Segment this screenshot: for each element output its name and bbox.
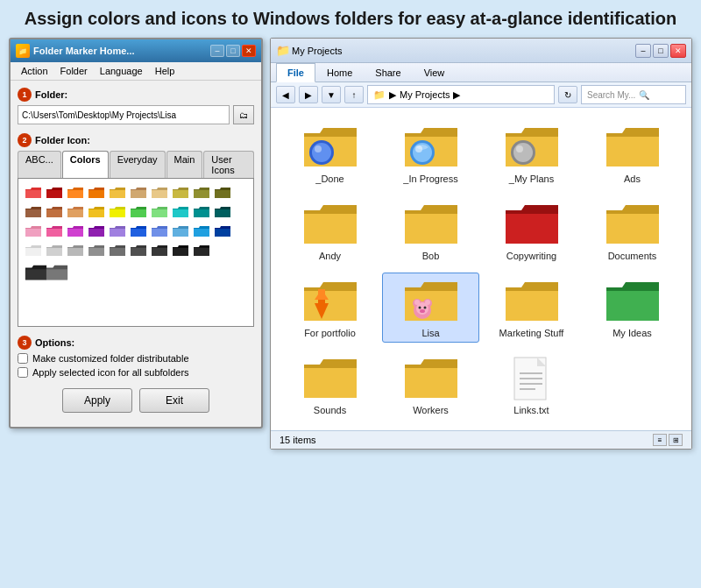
minimize-button[interactable]: –	[210, 45, 224, 57]
restore-button[interactable]: □	[226, 45, 240, 57]
file-item-lisa[interactable]: Lisa	[382, 273, 479, 343]
checkbox-subfolders-input[interactable]	[18, 367, 28, 378]
ribbon-tab-view[interactable]: View	[413, 63, 457, 81]
folder-cell-hotpink[interactable]	[45, 223, 64, 240]
ribbon-tab-share[interactable]: Share	[364, 63, 412, 81]
folder-icon-myideas	[605, 277, 661, 326]
folder-cell-cornflower[interactable]	[150, 223, 169, 240]
folder-cell-yellow2[interactable]	[108, 203, 127, 221]
folder-cell-tan[interactable]	[129, 184, 148, 202]
file-item-sounds[interactable]: Sounds	[281, 350, 379, 420]
folder-cell-lightgray[interactable]	[45, 242, 64, 259]
ribbon-tab-file[interactable]: File	[276, 63, 315, 82]
file-item-myplans[interactable]: _My Plans	[483, 118, 580, 188]
checkbox-distributable-input[interactable]	[18, 353, 28, 364]
folder-cell-blue[interactable]	[129, 223, 148, 240]
folder-cell-darkorange[interactable]	[87, 184, 106, 202]
folder-cell-teal[interactable]	[192, 203, 211, 221]
file-label-ads: Ads	[624, 174, 641, 184]
close-button[interactable]: ✕	[242, 45, 256, 57]
tab-colors[interactable]: Colors	[62, 151, 109, 178]
forward-button[interactable]: ▶	[299, 86, 318, 103]
folder-cell-violet[interactable]	[108, 223, 127, 240]
tab-main[interactable]: Main	[166, 151, 203, 178]
folder-cell-khaki[interactable]	[171, 184, 190, 202]
folder-cell-pink[interactable]	[24, 223, 43, 240]
address-path[interactable]: 📁 ▶ My Projects ▶	[367, 85, 555, 104]
file-item-portfolio[interactable]: For portfolio	[281, 273, 379, 343]
folder-cell-yellow[interactable]	[108, 184, 127, 202]
folder-cell-navy[interactable]	[213, 223, 232, 240]
file-item-documents[interactable]: Documents	[584, 195, 681, 266]
folder-cell-brown[interactable]	[24, 203, 43, 221]
folder-cell-magenta[interactable]	[66, 223, 85, 240]
folder-cell-cyan[interactable]	[171, 203, 190, 221]
folder-path-input[interactable]	[18, 105, 230, 124]
explorer-minimize-button[interactable]: –	[635, 44, 651, 58]
folder-cell-skyblue[interactable]	[171, 223, 190, 240]
tab-user-icons[interactable]: User Icons	[203, 151, 254, 178]
folder-icon-ads	[605, 123, 661, 172]
folder-cell-black2[interactable]	[192, 242, 211, 259]
folder-cell-olive[interactable]	[192, 184, 211, 202]
file-item-bob[interactable]: Bob	[382, 195, 479, 266]
menu-language[interactable]: Language	[95, 64, 148, 78]
folder-cell-lightgreen[interactable]	[150, 203, 169, 221]
folder-cell-darkolive[interactable]	[213, 184, 232, 202]
status-view-icons: ≡ ⊞	[653, 434, 683, 446]
titlebar-left: 📁 Folder Marker Home...	[16, 44, 135, 58]
folder-cell-darkgray-large[interactable]	[45, 261, 69, 284]
explorer-close-button[interactable]: ✕	[670, 44, 686, 58]
file-item-linkstxt[interactable]: Links.txt	[483, 350, 580, 420]
step1-circle: 1	[18, 88, 32, 102]
file-item-copywriting[interactable]: Copywriting	[483, 195, 580, 266]
folder-cell-lighttan[interactable]	[150, 184, 169, 202]
search-box[interactable]: Search My... 🔍	[581, 85, 686, 104]
svg-rect-12	[318, 289, 325, 294]
folder-cell-nearblack[interactable]	[150, 242, 169, 259]
view-large-icons-button[interactable]: ⊞	[669, 434, 683, 446]
menu-action[interactable]: Action	[16, 64, 53, 78]
folder-cell-purple[interactable]	[87, 223, 106, 240]
folder-cell-orange[interactable]	[66, 184, 85, 202]
folder-cell-deepskyblue[interactable]	[192, 223, 211, 240]
file-item-ads[interactable]: Ads	[584, 118, 681, 188]
back-button[interactable]: ◀	[276, 86, 295, 103]
svg-point-7	[513, 143, 533, 162]
file-item-done[interactable]: _Done	[281, 118, 379, 188]
folder-cell-darkteal[interactable]	[213, 203, 232, 221]
tab-abc[interactable]: ABC...	[18, 151, 61, 178]
file-item-myideas[interactable]: My Ideas	[584, 273, 681, 343]
tab-everyday[interactable]: Everyday	[110, 151, 166, 178]
folder-icon-done	[302, 123, 358, 172]
folder-cell-darkred[interactable]	[45, 184, 64, 202]
folder-cell-darkgray[interactable]	[108, 242, 127, 259]
folder-cell-black[interactable]	[171, 242, 190, 259]
folder-cell-peru[interactable]	[66, 203, 85, 221]
ribbon-tab-home[interactable]: Home	[315, 63, 364, 81]
folder-cell-goldenrod[interactable]	[87, 203, 106, 221]
app-icon: 📁	[16, 44, 30, 58]
file-item-marketing[interactable]: Marketing Stuff	[483, 273, 580, 343]
menu-help[interactable]: Help	[150, 64, 181, 78]
file-item-workers[interactable]: Workers	[382, 350, 479, 420]
refresh-button[interactable]: ↻	[558, 86, 577, 103]
explorer-restore-button[interactable]: □	[653, 44, 669, 58]
browse-button[interactable]: 🗂	[233, 105, 254, 124]
folder-cell-white[interactable]	[24, 242, 43, 259]
file-item-inprogress[interactable]: _In Progress	[382, 118, 479, 188]
folder-cell-gray[interactable]	[87, 242, 106, 259]
folder-cell-lime[interactable]	[129, 203, 148, 221]
folder-cell-charcoal[interactable]	[129, 242, 148, 259]
menu-folder[interactable]: Folder	[55, 64, 93, 78]
dropdown-button[interactable]: ▼	[322, 86, 341, 103]
file-item-andy[interactable]: Andy	[281, 195, 379, 266]
view-details-button[interactable]: ≡	[653, 434, 667, 446]
folder-cell-sienna[interactable]	[45, 203, 64, 221]
apply-button[interactable]: Apply	[62, 388, 132, 413]
exit-button[interactable]: Exit	[139, 388, 209, 413]
panel-title: Folder Marker Home...	[33, 46, 135, 56]
up-button[interactable]: ↑	[344, 86, 364, 103]
folder-cell-red[interactable]	[24, 184, 43, 202]
folder-cell-silver[interactable]	[66, 242, 85, 259]
